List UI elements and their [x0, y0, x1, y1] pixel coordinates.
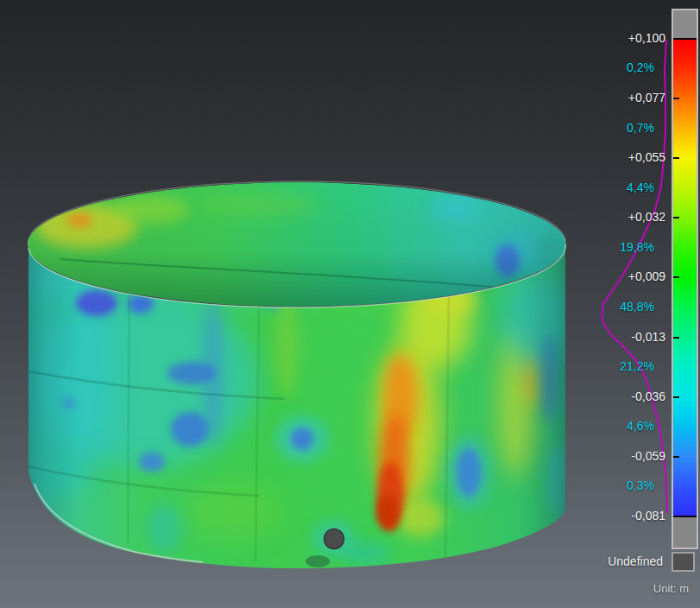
undefined-swatch[interactable] [672, 552, 695, 572]
scale-gradient [673, 38, 697, 517]
scale-value-label: -0,013 [603, 329, 665, 345]
scale-tick [673, 396, 679, 398]
scale-value-label: +0,100 [603, 30, 665, 46]
scale-value-label: -0,081 [603, 508, 665, 523]
color-scale-bar[interactable] [672, 9, 698, 549]
scale-percent-label: 48,8% [592, 299, 654, 314]
unit-label: Unit: m [594, 581, 689, 597]
scale-value-label: +0,077 [603, 90, 665, 105]
scale-percent-label: 4,4% [592, 180, 654, 195]
scale-tick [673, 456, 679, 458]
scale-value-label: +0,009 [603, 269, 665, 284]
scale-percent-label: 19,8% [592, 239, 654, 255]
scale-tick [673, 337, 679, 339]
manhole-hole [325, 529, 344, 549]
scale-value-label: -0,036 [603, 389, 665, 404]
scale-value-label: +0,032 [603, 209, 665, 225]
scale-tick [673, 157, 679, 159]
scale-percent-label: 0,3% [592, 478, 654, 493]
scale-value-label: -0,059 [603, 448, 665, 464]
scale-percent-label: 21,2% [592, 358, 654, 374]
scale-tick [673, 276, 679, 278]
scale-percent-label: 0,7% [592, 120, 654, 136]
undefined-label: Undefined [568, 554, 663, 569]
scale-tick [673, 217, 679, 218]
scale-percent-label: 0,2% [592, 60, 654, 75]
scale-tick [673, 98, 679, 99]
inspection-3d-viewport[interactable]: +0,100 +0,077 +0,055 +0,032 +0,009 -0,01… [0, 0, 700, 608]
scale-percent-label: 4,6% [592, 418, 654, 434]
scale-cap-above-max [673, 10, 697, 38]
bottom-notch [306, 555, 330, 567]
scale-value-label: +0,055 [603, 149, 665, 165]
scale-cap-below-min [673, 517, 697, 548]
